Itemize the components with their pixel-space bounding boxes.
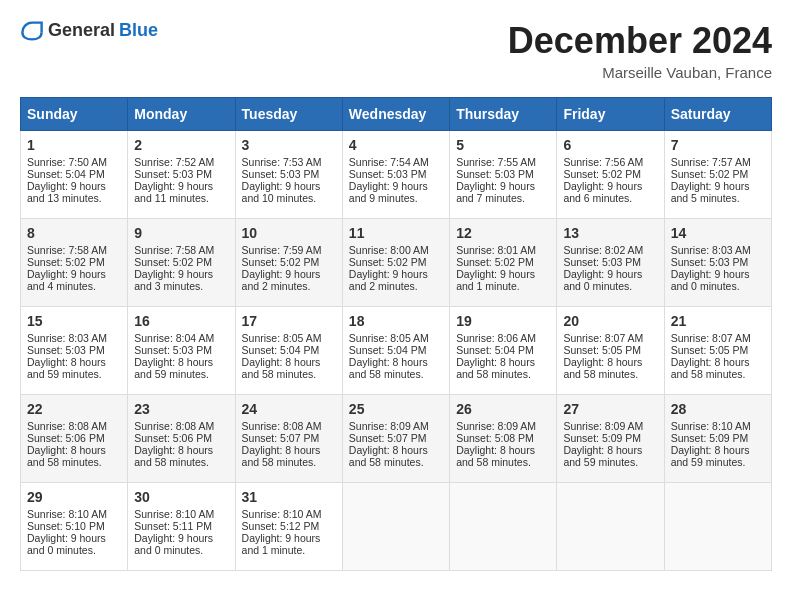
- table-row: 5 Sunrise: 7:55 AM Sunset: 5:03 PM Dayli…: [450, 131, 557, 219]
- calendar-title: December 2024: [508, 20, 772, 62]
- table-row: 13 Sunrise: 8:02 AM Sunset: 5:03 PM Dayl…: [557, 219, 664, 307]
- table-row: 10 Sunrise: 7:59 AM Sunset: 5:02 PM Dayl…: [235, 219, 342, 307]
- table-row: 29 Sunrise: 8:10 AM Sunset: 5:10 PM Dayl…: [21, 483, 128, 571]
- col-thursday: Thursday: [450, 98, 557, 131]
- table-row: 7 Sunrise: 7:57 AM Sunset: 5:02 PM Dayli…: [664, 131, 771, 219]
- table-row: 30 Sunrise: 8:10 AM Sunset: 5:11 PM Dayl…: [128, 483, 235, 571]
- col-sunday: Sunday: [21, 98, 128, 131]
- table-row: 28 Sunrise: 8:10 AM Sunset: 5:09 PM Dayl…: [664, 395, 771, 483]
- table-row: 25 Sunrise: 8:09 AM Sunset: 5:07 PM Dayl…: [342, 395, 449, 483]
- calendar-table: Sunday Monday Tuesday Wednesday Thursday…: [20, 97, 772, 571]
- logo: GeneralBlue: [20, 20, 158, 41]
- table-row: 21 Sunrise: 8:07 AM Sunset: 5:05 PM Dayl…: [664, 307, 771, 395]
- empty-cell: [450, 483, 557, 571]
- table-row: 12 Sunrise: 8:01 AM Sunset: 5:02 PM Dayl…: [450, 219, 557, 307]
- empty-cell: [557, 483, 664, 571]
- calendar-subtitle: Marseille Vauban, France: [508, 64, 772, 81]
- col-saturday: Saturday: [664, 98, 771, 131]
- table-row: 8 Sunrise: 7:58 AM Sunset: 5:02 PM Dayli…: [21, 219, 128, 307]
- table-row: 22 Sunrise: 8:08 AM Sunset: 5:06 PM Dayl…: [21, 395, 128, 483]
- table-row: 2 Sunrise: 7:52 AM Sunset: 5:03 PM Dayli…: [128, 131, 235, 219]
- empty-cell: [342, 483, 449, 571]
- logo-blue: Blue: [119, 20, 158, 41]
- col-friday: Friday: [557, 98, 664, 131]
- col-tuesday: Tuesday: [235, 98, 342, 131]
- table-row: 18 Sunrise: 8:05 AM Sunset: 5:04 PM Dayl…: [342, 307, 449, 395]
- logo-general: General: [48, 20, 115, 41]
- table-row: 17 Sunrise: 8:05 AM Sunset: 5:04 PM Dayl…: [235, 307, 342, 395]
- table-row: 31 Sunrise: 8:10 AM Sunset: 5:12 PM Dayl…: [235, 483, 342, 571]
- table-row: 24 Sunrise: 8:08 AM Sunset: 5:07 PM Dayl…: [235, 395, 342, 483]
- col-monday: Monday: [128, 98, 235, 131]
- table-row: 15 Sunrise: 8:03 AM Sunset: 5:03 PM Dayl…: [21, 307, 128, 395]
- table-row: 9 Sunrise: 7:58 AM Sunset: 5:02 PM Dayli…: [128, 219, 235, 307]
- table-row: 19 Sunrise: 8:06 AM Sunset: 5:04 PM Dayl…: [450, 307, 557, 395]
- table-row: 20 Sunrise: 8:07 AM Sunset: 5:05 PM Dayl…: [557, 307, 664, 395]
- table-row: 27 Sunrise: 8:09 AM Sunset: 5:09 PM Dayl…: [557, 395, 664, 483]
- table-row: 1 Sunrise: 7:50 AM Sunset: 5:04 PM Dayli…: [21, 131, 128, 219]
- empty-cell: [664, 483, 771, 571]
- table-row: 3 Sunrise: 7:53 AM Sunset: 5:03 PM Dayli…: [235, 131, 342, 219]
- table-row: 11 Sunrise: 8:00 AM Sunset: 5:02 PM Dayl…: [342, 219, 449, 307]
- table-row: 23 Sunrise: 8:08 AM Sunset: 5:06 PM Dayl…: [128, 395, 235, 483]
- table-row: 6 Sunrise: 7:56 AM Sunset: 5:02 PM Dayli…: [557, 131, 664, 219]
- table-row: 14 Sunrise: 8:03 AM Sunset: 5:03 PM Dayl…: [664, 219, 771, 307]
- table-row: 26 Sunrise: 8:09 AM Sunset: 5:08 PM Dayl…: [450, 395, 557, 483]
- table-row: 4 Sunrise: 7:54 AM Sunset: 5:03 PM Dayli…: [342, 131, 449, 219]
- table-row: 16 Sunrise: 8:04 AM Sunset: 5:03 PM Dayl…: [128, 307, 235, 395]
- col-wednesday: Wednesday: [342, 98, 449, 131]
